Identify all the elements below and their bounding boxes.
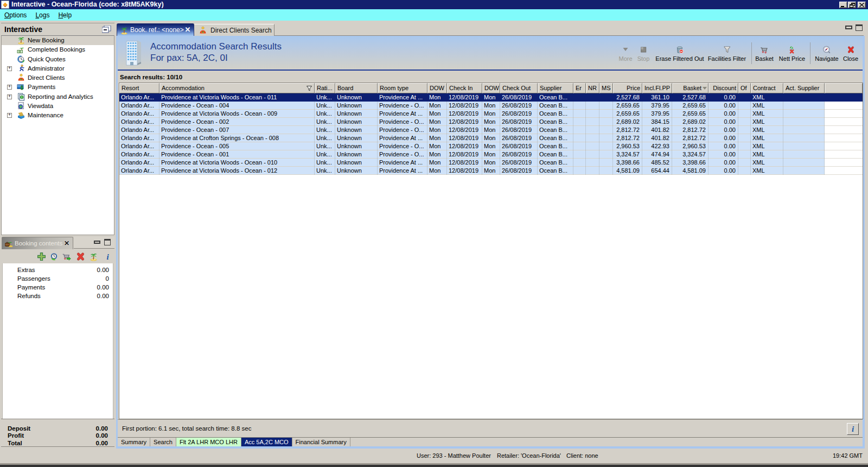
tab-booking-ref[interactable]: Book. ref.: <none> ✕ (117, 23, 194, 36)
sidebar-item-payments[interactable]: +$Payments (2, 83, 114, 92)
page-header: Accommodation Search Results For pax: 5A… (118, 36, 863, 70)
sidebar-item-administrator[interactable]: +Administrator (2, 64, 114, 73)
booking-total-deposit: Deposit0.00 (1, 425, 114, 432)
add-icon[interactable] (37, 252, 46, 261)
column-header-dow_out[interactable]: DOW (482, 83, 500, 93)
table-row[interactable]: Orlando Ar...Providence at Victoria Wood… (119, 93, 863, 102)
table-row[interactable]: Orlando Ar...Providence - Ocean - 005Unk… (119, 142, 863, 150)
table-row[interactable]: Orlando Ar...Providence at Victoria Wood… (119, 110, 863, 118)
menu-logs[interactable]: Logs (31, 9, 54, 21)
cell-accommodation: Providence at Victoria Woods - Ocean - 0… (159, 110, 315, 118)
column-header-check_out[interactable]: Check Out (500, 83, 538, 93)
sidebar-collapse-button[interactable] (102, 26, 111, 33)
cell-room_type: Providence - O... (378, 118, 427, 126)
expand-icon[interactable]: + (7, 113, 12, 118)
info-icon[interactable]: i (103, 252, 112, 261)
section-tab-summary[interactable]: Summary (118, 438, 150, 446)
column-header-dow_in[interactable]: DOW (427, 83, 447, 93)
status-bar: User: 293 - Matthew Poulter Retailer: 'O… (0, 449, 868, 463)
column-header-contract[interactable]: Contract (751, 83, 783, 93)
table-row[interactable]: Orlando Ar...Providence at Victoria Wood… (119, 167, 863, 175)
table-row[interactable]: Orlando Ar...Providence at Victoria Wood… (119, 159, 863, 167)
column-header-price[interactable]: Price (613, 83, 642, 93)
table-row[interactable]: Orlando Ar...Providence - Ocean - 007Unk… (119, 126, 863, 134)
toolbar-erase-filtered-out-button[interactable]: Erase Filtered Out (655, 45, 704, 62)
table-row[interactable]: Orlando Ar...Providence - Ocean - 004Unk… (119, 102, 863, 110)
toolbar-basket-button[interactable]: Basket (755, 45, 774, 62)
cell-basket: 2,689.02 (672, 118, 709, 126)
column-header-resort[interactable]: Resort (119, 83, 159, 93)
sidebar-item-direct-clients[interactable]: Direct Clients (2, 73, 114, 83)
info-button[interactable]: i (847, 423, 859, 435)
toolbar-nett-price-button[interactable]: Nett Price (779, 45, 805, 62)
expand-icon[interactable]: + (7, 85, 12, 90)
cell-supplier: Ocean B... (538, 102, 573, 110)
tab-direct-clients-search[interactable]: Direct Clients Search (194, 24, 275, 36)
sidebar-item-completed-bookings[interactable]: Completed Bookings (2, 45, 114, 54)
cell-room_type: Providence At ... (378, 93, 427, 102)
toolbar-close-button[interactable]: Close (843, 45, 858, 62)
cell-incl_fl_pp: 422.93 (642, 142, 672, 150)
filter-funnel-icon[interactable] (306, 85, 312, 93)
column-header-rating[interactable]: Rati... (315, 83, 335, 93)
section-tab-acc-5a-2c-mco[interactable]: Acc 5A,2C MCO (241, 438, 292, 446)
window-close-button[interactable] (858, 2, 866, 8)
menu-help[interactable]: Help (54, 9, 76, 21)
table-row[interactable]: Orlando Ar...Providence - Ocean - 002Unk… (119, 118, 863, 126)
section-tab-financial-summary[interactable]: Financial Summary (292, 438, 350, 446)
tab-close-icon[interactable]: ✕ (184, 26, 192, 34)
column-header-incl_fl_pp[interactable]: Incl.Fl.PP (642, 83, 672, 93)
pane-maximize-icon[interactable] (104, 239, 111, 245)
column-header-nr[interactable]: NR (586, 83, 599, 93)
toolbar-button-label: Facilities Filter (708, 55, 746, 62)
sidebar-item-quick-quotes[interactable]: Quick Quotes (2, 55, 114, 64)
cell-dow_in: Mon (427, 150, 447, 159)
expand-icon[interactable]: + (7, 94, 12, 99)
table-row[interactable]: Orlando Ar...Providence at Crofton Sprin… (119, 134, 863, 142)
column-header-act_supplier[interactable]: Act. Supplier (783, 83, 825, 93)
cart-go-icon[interactable] (62, 252, 71, 261)
cell-price: 3,324.57 (613, 150, 642, 159)
pane-minimize-icon[interactable] (94, 241, 100, 244)
sidebar-item-viewdata[interactable]: Viewdata (2, 102, 114, 111)
column-header-discount[interactable]: Discount (709, 83, 738, 93)
window-restore-button[interactable] (848, 2, 856, 8)
column-header-accommodation[interactable]: Accommodation (159, 83, 315, 93)
section-tab-flt-2a-lhr-mco-lhr[interactable]: Flt 2A LHR MCO LHR (176, 438, 241, 446)
column-header-room_type[interactable]: Room type (378, 83, 427, 93)
status-client: Client: none (566, 452, 598, 459)
palm-icon[interactable] (89, 252, 98, 261)
column-header-label: Accommodation (162, 85, 205, 91)
column-header-basket[interactable]: Basket (672, 83, 709, 93)
section-tab-search[interactable]: Search (150, 438, 176, 446)
menu-options[interactable]: Options (0, 9, 31, 21)
expand-icon[interactable]: + (7, 66, 12, 71)
column-header-check_in[interactable]: Check In (447, 83, 482, 93)
column-header-of[interactable]: Of (738, 83, 751, 93)
sidebar-tree: New BookingCompleted BookingsQuick Quote… (1, 35, 114, 235)
column-header-er[interactable]: Er (573, 83, 586, 93)
toolbar-facilities-filter-button[interactable]: Facilities Filter (708, 45, 746, 62)
cell-check_in: 12/08/2019 (447, 118, 482, 126)
cell-contract: XML (751, 134, 783, 142)
sidebar-item-new-booking[interactable]: New Booking (2, 36, 114, 45)
booking-contents-close-icon[interactable]: ✕ (63, 239, 71, 247)
window-minimize-button[interactable] (839, 2, 847, 8)
column-header-filler[interactable] (825, 83, 863, 93)
delete-icon[interactable] (76, 252, 85, 261)
toolbar-navigate-button[interactable]: Navigate (815, 45, 838, 62)
cell-board: Unknown (335, 134, 378, 142)
table-row[interactable]: Orlando Ar...Providence - Ocean - 001Unk… (119, 150, 863, 159)
clock-refresh-icon[interactable] (49, 252, 59, 261)
booking-contents-tab[interactable]: Booking contents ✕ (2, 237, 73, 249)
cell-rating: Unk... (315, 102, 335, 110)
page-minimize-icon[interactable] (845, 26, 852, 29)
column-header-supplier[interactable]: Supplier (538, 83, 573, 93)
page-maximize-icon[interactable] (856, 24, 863, 31)
cell-of (738, 134, 751, 142)
sidebar-item-maintenance[interactable]: +Maintenance (2, 111, 114, 120)
cell-nr (586, 118, 599, 126)
sidebar-item-reporting-and-analytics[interactable]: +Reporting and Analytics (2, 92, 114, 102)
column-header-board[interactable]: Board (335, 83, 378, 93)
column-header-ms[interactable]: MS (599, 83, 613, 93)
